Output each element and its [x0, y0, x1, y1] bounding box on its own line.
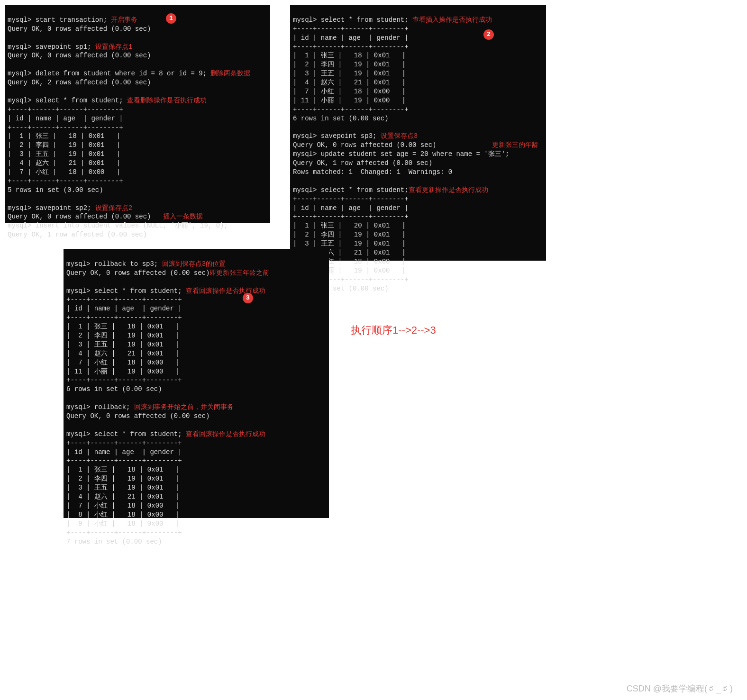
cmd: mysql> select * from student;	[293, 16, 409, 24]
out: Query OK, 0 rows affected (0.00 sec)	[66, 269, 210, 277]
trow: | 9 | 小红 | 18 | 0x00 |	[66, 520, 179, 527]
annot: 查看插入操作是否执行成功	[409, 16, 492, 24]
watermark: CSDN @我要学编程(ಥ_ಥ)	[627, 683, 733, 694]
out: Query OK, 0 rows affected (0.00 sec)	[8, 25, 151, 33]
tborder: +----+------+------+--------+	[66, 376, 182, 384]
trow: | 7 | 小红 | 18 | 0x00 |	[8, 168, 120, 176]
thdr: | id | name | age | gender |	[293, 204, 409, 212]
out: Query OK, 0 rows affected (0.00 sec)	[66, 412, 210, 420]
tborder: +----+------+------+--------+	[8, 106, 123, 113]
cmd: mysql> select * from student;	[66, 287, 182, 295]
tborder: +----+------+------+--------+	[66, 314, 182, 321]
out: 5 rows in set (0.00 sec)	[8, 186, 103, 194]
out: Query OK, 1 row affected (0.00 sec)	[8, 231, 147, 238]
tborder: +----+------+------+--------+	[66, 439, 182, 447]
tborder: +----+------+------+--------+	[293, 25, 409, 33]
annot: 设置保存点2	[91, 204, 132, 212]
out: Query OK, 0 rows affected (0.00 sec)	[8, 213, 151, 220]
trow: | 3 | 王五 | 19 | 0x01 |	[293, 70, 406, 77]
thdr: | id | name | age | gender |	[8, 115, 123, 122]
tborder: +----+------+------+--------+	[293, 213, 409, 220]
tborder: +----+------+------+--------+	[8, 177, 123, 185]
trow: | 7 | 小红 | 18 | 0x00 |	[293, 88, 406, 95]
trow: | 3 | 王五 | 19 | 0x01 |	[293, 240, 406, 247]
cmd: mysql> rollback;	[66, 403, 130, 411]
trow: | 3 | 王五 | 19 | 0x01 |	[66, 341, 179, 348]
tborder: +----+------+------+--------+	[8, 124, 123, 131]
cmd: mysql> start transaction;	[8, 16, 107, 24]
trow: | 1 | 张三 | 18 | 0x01 |	[293, 52, 406, 59]
annot: 设置保存点3	[376, 132, 418, 140]
annot: 更新张三的年龄	[436, 141, 538, 149]
out: Query OK, 1 row affected (0.00 sec)	[293, 159, 432, 167]
terminal-panel-3: mysql> rollback to sp3; 回滚到保存点3的位置 Query…	[64, 249, 329, 518]
execution-order-note: 执行顺序1-->2-->3	[351, 323, 436, 337]
annot: 查看回滚操作是否执行成功	[182, 430, 265, 438]
trow: | 2 | 李四 | 19 | 0x01 |	[66, 475, 179, 482]
annot: 设置保存点1	[91, 43, 132, 51]
cmd: mysql> delete from student where id = 8 …	[8, 70, 207, 77]
annot: 查看更新操作是否执行成功	[409, 186, 488, 194]
tborder: +----+------+------+--------+	[293, 43, 409, 51]
cmd: mysql> update student set age = 20 where…	[293, 150, 509, 158]
cmd: mysql> savepoint sp1;	[8, 43, 91, 51]
tborder: +----+------+------+--------+	[66, 529, 182, 536]
cmd: mysql> rollback to sp3;	[66, 260, 158, 268]
trow: | 4 | 赵六 | 21 | 0x01 |	[293, 79, 406, 86]
tborder: +----+------+------+--------+	[66, 296, 182, 303]
tborder: +----+------+------+--------+	[66, 457, 182, 464]
cmd: mysql> select * from student;	[8, 97, 123, 104]
thdr: | id | name | age | gender |	[66, 448, 182, 456]
trow: | 1 | 张三 | 18 | 0x01 |	[66, 466, 179, 473]
tborder: +----+------+------+--------+	[293, 195, 409, 203]
trow: | 11 | 小丽 | 19 | 0x00 |	[66, 368, 179, 375]
trow: | 2 | 李四 | 19 | 0x01 |	[293, 231, 406, 238]
trow: | 2 | 李四 | 19 | 0x01 |	[66, 332, 179, 339]
terminal-panel-2: mysql> select * from student; 查看插入操作是否执行…	[290, 5, 546, 261]
thdr: | id | name | age | gender |	[66, 305, 182, 312]
tborder: +----+------+------+--------+	[293, 106, 409, 113]
out: 6 rows in set (0.00 sec)	[293, 115, 389, 122]
trow: | 8 | 小红 | 18 | 0x00 |	[66, 511, 179, 518]
trow: | 1 | 张三 | 18 | 0x01 |	[8, 132, 120, 140]
trow: | 3 | 王五 | 19 | 0x01 |	[66, 484, 179, 491]
trow: | 3 | 王五 | 19 | 0x01 |	[8, 150, 120, 158]
trow: | 11 | 小丽 | 19 | 0x00 |	[293, 97, 406, 104]
out: Query OK, 0 rows affected (0.00 sec)	[8, 52, 151, 59]
badge-3: 3	[243, 293, 253, 303]
out: 7 rows in set (0.00 sec)	[66, 538, 162, 545]
annot: 插入一条数据	[151, 213, 202, 220]
annot: 查看删除操作是否执行成功	[123, 97, 207, 104]
annot: 回滚到事务开始之前，并关闭事务	[130, 403, 233, 411]
trow: | 2 | 李四 | 19 | 0x01 |	[8, 141, 120, 149]
trow: | 4 | 赵六 | 21 | 0x01 |	[66, 350, 179, 357]
cmd: mysql> savepoint sp3;	[293, 132, 376, 140]
trow: | 1 | 张三 | 18 | 0x01 |	[66, 323, 179, 330]
trow: | 7 | 小红 | 18 | 0x00 |	[66, 502, 179, 509]
terminal-panel-1: mysql> start transaction; 开启事务 Query OK,…	[5, 5, 270, 223]
trow: | 7 | 小红 | 18 | 0x00 |	[66, 359, 179, 366]
thdr: | id | name | age | gender |	[293, 34, 409, 42]
cmd: mysql> select * from student;	[66, 430, 182, 438]
cmd: mysql> select * from student;	[293, 186, 409, 194]
badge-1: 1	[166, 13, 176, 24]
out: 6 rows in set (0.00 sec)	[66, 385, 162, 393]
annot: 开启事务	[107, 16, 137, 24]
annot: 回滚到保存点3的位置	[158, 260, 226, 268]
trow: | 2 | 李四 | 19 | 0x01 |	[293, 61, 406, 68]
out: Query OK, 0 rows affected (0.00 sec)	[293, 141, 436, 149]
annot: 即更新张三年龄之前	[210, 269, 269, 277]
cmd: mysql> insert into student values (NULL,…	[8, 222, 228, 229]
annot: 删除两条数据	[207, 70, 250, 77]
out: Query OK, 2 rows affected (0.00 sec)	[8, 79, 151, 86]
out: Rows matched: 1 Changed: 1 Warnings: 0	[293, 168, 452, 176]
cmd: mysql> savepoint sp2;	[8, 204, 91, 212]
trow: | 1 | 张三 | 20 | 0x01 |	[293, 222, 406, 229]
trow: | 4 | 赵六 | 21 | 0x01 |	[8, 159, 120, 167]
trow: | 4 | 赵六 | 21 | 0x01 |	[66, 493, 179, 500]
badge-2: 2	[483, 29, 494, 40]
annot: 查看回滚操作是否执行成功	[182, 287, 265, 295]
